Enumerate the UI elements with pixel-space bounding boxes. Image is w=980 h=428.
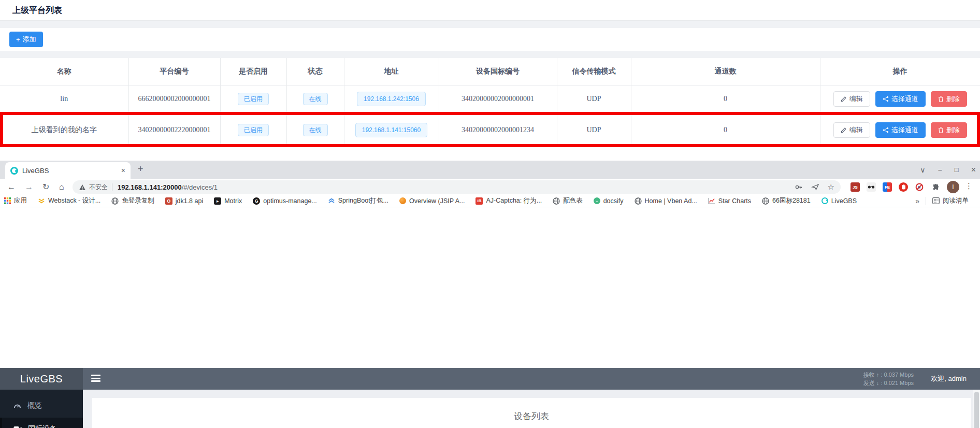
- scrollbar-thumb[interactable]: [974, 392, 979, 428]
- app-navbar: LiveGBS 接收 ↑ : 0.037 Mbps 发送 ↓ : 0.021 M…: [0, 368, 980, 390]
- bookmark-motrix[interactable]: ▸ Motrix: [214, 197, 242, 205]
- sidebar-toggle-icon[interactable]: [91, 375, 100, 383]
- status-badge: 在线: [303, 124, 328, 136]
- bookmark-vben-home[interactable]: Home | Vben Ad...: [635, 197, 697, 205]
- welcome-user[interactable]: 欢迎, admin: [931, 374, 967, 383]
- page-title: 上级平台列表: [0, 0, 980, 21]
- bookmark-aj-captcha[interactable]: iB AJ-Captcha: 行为...: [475, 196, 542, 205]
- panel-toolbar: + 添加: [0, 28, 980, 51]
- livegbs-app: LiveGBS 接收 ↑ : 0.037 Mbps 发送 ↓ : 0.021 M…: [0, 368, 980, 428]
- livegbs-favicon-icon: [822, 197, 828, 204]
- home-button[interactable]: ⌂: [59, 179, 64, 195]
- cell-device-id: 34020000002000001234: [439, 113, 557, 147]
- pencil-icon: [841, 127, 847, 133]
- divider: [112, 183, 112, 191]
- bookmark-apps[interactable]: 应用: [4, 196, 27, 205]
- bookmark-star-icon[interactable]: ☆: [828, 182, 834, 192]
- cell-channels: 0: [631, 113, 820, 147]
- tab-strip: LiveGBS × + ∨ − □ ×: [0, 161, 980, 179]
- cell-name: lin: [0, 85, 128, 113]
- jsip-icon: [399, 197, 406, 204]
- maximize-button[interactable]: □: [955, 166, 959, 174]
- reading-list-button[interactable]: 阅读清单: [932, 196, 969, 205]
- back-button[interactable]: ←: [7, 179, 16, 195]
- browser-window: LiveGBS × + ∨ − □ × ← → ↻ ⌂ 不安全 192.168.…: [0, 161, 980, 428]
- cell-device-id: 34020000002000000001: [439, 85, 557, 113]
- chrome-menu-icon[interactable]: ⋮: [965, 181, 973, 191]
- superior-platform-panel: 上级平台列表 + 添加 名称 平台编号 是否启用 状态 地址 设备国标编号 信令…: [0, 0, 980, 161]
- globe-icon: [111, 197, 119, 205]
- panel-bottom-pad: [0, 147, 980, 161]
- vertical-scrollbar[interactable]: [973, 390, 980, 428]
- tab-search-icon[interactable]: ∨: [920, 166, 925, 174]
- bookmark-optimus-manage[interactable]: G optimus-manage...: [253, 197, 317, 205]
- reload-button[interactable]: ↻: [42, 179, 49, 195]
- bookmarks-overflow-chevron[interactable]: »: [915, 197, 919, 205]
- gauge-icon: [13, 402, 21, 410]
- extensions-puzzle-icon[interactable]: [931, 182, 940, 192]
- col-device-id: 设备国标编号: [439, 58, 557, 85]
- delete-button[interactable]: 删除: [931, 122, 967, 138]
- send-stat: 发送 ↓ : 0.021 Mbps: [863, 379, 914, 387]
- select-channel-button[interactable]: 选择通道: [875, 91, 926, 107]
- tab-close-icon[interactable]: ×: [121, 166, 125, 175]
- bookmark-springboot[interactable]: SpringBoot打包...: [328, 196, 388, 205]
- address-bar[interactable]: 不安全 192.168.1.141:20000/#/devices/1 ☆: [73, 180, 841, 194]
- bookmark-color-table[interactable]: 配色表: [553, 196, 583, 205]
- bookmark-docsify[interactable]: docsify: [594, 197, 624, 205]
- panel-titlebar: 上级平台列表: [0, 0, 980, 21]
- docsify-icon: [596, 200, 598, 202]
- bookmark-gb28181[interactable]: 66国标28181: [762, 196, 811, 205]
- bookmark-jsip-overview[interactable]: Overview (JSIP A...: [399, 197, 465, 205]
- browser-toolbar: ← → ↻ ⌂ 不安全 192.168.1.141:20000/#/device…: [0, 179, 980, 195]
- password-key-icon[interactable]: [795, 183, 803, 191]
- pencil-icon: [841, 96, 847, 102]
- trash-icon: [938, 127, 944, 133]
- edit-button[interactable]: 编辑: [833, 122, 870, 138]
- select-channel-button[interactable]: 选择通道: [875, 122, 926, 138]
- sidebar-item-overview[interactable]: 概览: [0, 394, 83, 418]
- minimize-button[interactable]: −: [938, 166, 942, 174]
- video-camera-icon: [13, 425, 22, 428]
- divider: [926, 197, 926, 205]
- plus-icon: +: [16, 36, 20, 44]
- cell-transport: UDP: [557, 113, 631, 147]
- browser-tab[interactable]: LiveGBS ×: [5, 162, 131, 179]
- cell-platform-id: 34020000002220000001: [128, 113, 220, 147]
- edit-button[interactable]: 编辑: [833, 91, 870, 107]
- extension-blocker-icon[interactable]: [915, 182, 924, 192]
- extension-incognito-glasses-icon[interactable]: [867, 182, 876, 192]
- extension-stop-hand-icon[interactable]: [899, 182, 908, 192]
- send-share-icon[interactable]: [811, 183, 819, 191]
- profile-avatar[interactable]: I: [947, 181, 959, 193]
- table-row: lin 66620000002000000001 已启用 在线 192.168.…: [0, 85, 980, 113]
- bookmark-webstack[interactable]: Webstack - 设计...: [38, 196, 100, 205]
- motrix-icon: ▸: [214, 197, 221, 205]
- col-status: 状态: [286, 58, 344, 85]
- new-tab-button[interactable]: +: [138, 164, 143, 175]
- url-text[interactable]: 192.168.1.141:20000/#/devices/1: [118, 183, 218, 191]
- share-icon: [883, 96, 889, 102]
- line-chart-icon: [708, 197, 715, 204]
- bookmark-jdk-api[interactable]: O jdk1.8 api: [165, 197, 204, 205]
- col-enabled: 是否启用: [220, 58, 286, 85]
- bookmark-livegbs[interactable]: LiveGBS: [822, 197, 857, 205]
- github-icon: G: [253, 197, 260, 205]
- extension-fe-icon[interactable]: FE: [883, 182, 892, 192]
- forward-button[interactable]: →: [25, 179, 33, 195]
- window-close-button[interactable]: ×: [971, 165, 976, 175]
- extension-js-icon[interactable]: JS: [851, 182, 860, 192]
- delete-button[interactable]: 删除: [931, 91, 967, 107]
- security-label[interactable]: 不安全: [89, 183, 108, 192]
- bookmark-star-charts[interactable]: Star Charts: [708, 197, 751, 205]
- app-logo[interactable]: LiveGBS: [0, 368, 83, 390]
- add-button[interactable]: + 添加: [9, 32, 43, 47]
- col-platform-id: 平台编号: [128, 58, 220, 85]
- address-badge: 192.168.1.141:15060: [355, 123, 427, 137]
- not-secure-warning-icon: [79, 184, 86, 191]
- reading-list-icon: [932, 197, 940, 204]
- col-address: 地址: [344, 58, 439, 85]
- bookmark-copy-free[interactable]: 免登录复制: [111, 196, 154, 205]
- oracle-icon: O: [165, 197, 172, 205]
- sidebar-item-gb-devices[interactable]: 国标设备: [0, 418, 83, 428]
